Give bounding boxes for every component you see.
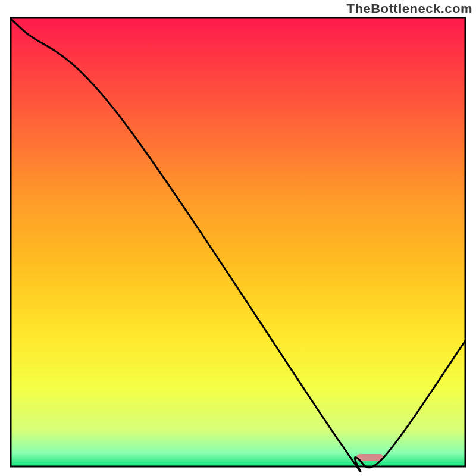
plot-background xyxy=(11,18,465,466)
chart-stage: TheBottleneck.com xyxy=(0,0,476,476)
bottleneck-chart xyxy=(0,0,476,476)
